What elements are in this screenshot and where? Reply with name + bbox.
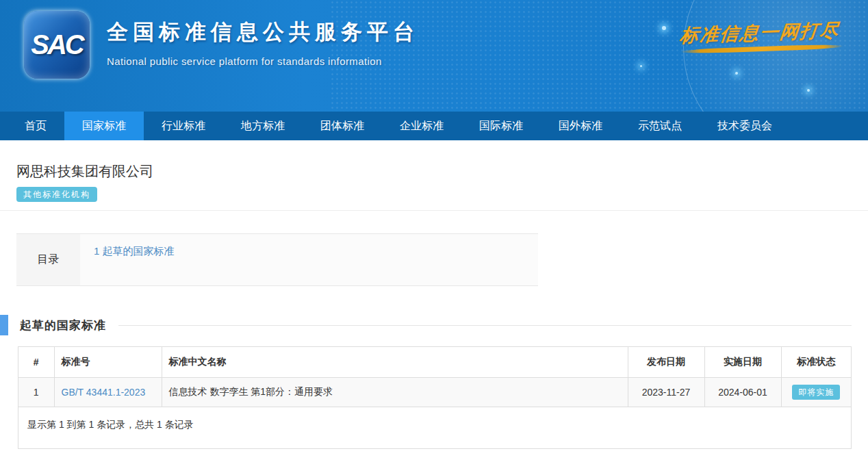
nav-item-foreign-standards[interactable]: 国外标准	[541, 112, 620, 140]
site-header: SAC 全国标准信息公共服务平台 National public service…	[0, 0, 868, 112]
main-nav: 首页 国家标准 行业标准 地方标准 团体标准 企业标准 国际标准 国外标准 示范…	[0, 112, 868, 140]
toc-label: 目录	[16, 234, 80, 285]
section-marker	[0, 315, 8, 335]
nav-item-enterprise-standards[interactable]: 企业标准	[382, 112, 461, 140]
standards-table: # 标准号 标准中文名称 发布日期 实施日期 标准状态 1 GB/T 43441…	[18, 347, 851, 407]
table-record-summary: 显示第 1 到第 1 条记录，总共 1 条记录	[18, 407, 851, 448]
col-index: #	[18, 347, 54, 378]
col-impl-date: 实施日期	[704, 347, 781, 378]
col-pub-date: 发布日期	[628, 347, 704, 378]
site-subtitle: National public service platform for sta…	[107, 55, 419, 67]
cell-pub-date: 2023-11-27	[628, 378, 704, 407]
col-status: 标准状态	[781, 347, 851, 378]
col-name-cn: 标准中文名称	[162, 347, 628, 378]
site-titles: 全国标准信息公共服务平台 National public service pla…	[107, 18, 419, 67]
nav-item-home[interactable]: 首页	[7, 112, 64, 140]
cell-status: 即将实施	[781, 378, 851, 407]
section-divider-line	[118, 325, 852, 326]
nav-item-industry-standards[interactable]: 行业标准	[144, 112, 223, 140]
section-header: 起草的国家标准	[0, 315, 868, 335]
divider	[0, 210, 868, 211]
nav-item-pilot-programs[interactable]: 示范试点	[620, 112, 700, 140]
table-header-row: # 标准号 标准中文名称 发布日期 实施日期 标准状态	[18, 347, 851, 378]
standards-table-panel: # 标准号 标准中文名称 发布日期 实施日期 标准状态 1 GB/T 43441…	[18, 346, 852, 449]
sac-logo-text: SAC	[31, 29, 82, 60]
globe-decoration	[683, 0, 868, 112]
cell-standard-no: GB/T 43441.1-2023	[54, 378, 162, 407]
sparkle-decoration	[662, 26, 666, 30]
nav-item-local-standards[interactable]: 地方标准	[223, 112, 303, 140]
standard-no-link[interactable]: GB/T 43441.1-2023	[62, 387, 146, 398]
toc-link-drafted-standards[interactable]: 1 起草的国家标准	[94, 245, 175, 257]
page-content: 网思科技集团有限公司 其他标准化机构 目录 1 起草的国家标准 起草的国家标准 …	[0, 140, 868, 449]
nav-item-group-standards[interactable]: 团体标准	[303, 112, 382, 140]
nav-item-international-standards[interactable]: 国际标准	[461, 112, 541, 140]
sac-logo[interactable]: SAC	[24, 11, 90, 79]
table-row: 1 GB/T 43441.1-2023 信息技术 数字孪生 第1部分：通用要求 …	[18, 378, 851, 407]
section-title: 起草的国家标准	[20, 318, 106, 333]
status-badge: 即将实施	[792, 385, 840, 400]
org-type-badge: 其他标准化机构	[16, 187, 97, 202]
cell-impl-date: 2024-06-01	[704, 378, 781, 407]
sparkle-decoration	[640, 65, 642, 67]
toc-box: 目录 1 起草的国家标准	[16, 233, 538, 286]
nav-item-national-standards[interactable]: 国家标准	[64, 112, 144, 140]
sparkle-decoration	[735, 72, 738, 75]
toc-body: 1 起草的国家标准	[80, 234, 538, 285]
header-slogan: 标准信息一网打尽	[679, 18, 841, 48]
cell-name-cn: 信息技术 数字孪生 第1部分：通用要求	[162, 378, 628, 407]
sparkle-decoration	[807, 89, 810, 92]
site-title: 全国标准信息公共服务平台	[107, 18, 419, 47]
org-name: 网思科技集团有限公司	[16, 162, 868, 181]
col-standard-no: 标准号	[54, 347, 162, 378]
nav-item-technical-committees[interactable]: 技术委员会	[700, 112, 790, 140]
cell-index: 1	[18, 378, 54, 407]
